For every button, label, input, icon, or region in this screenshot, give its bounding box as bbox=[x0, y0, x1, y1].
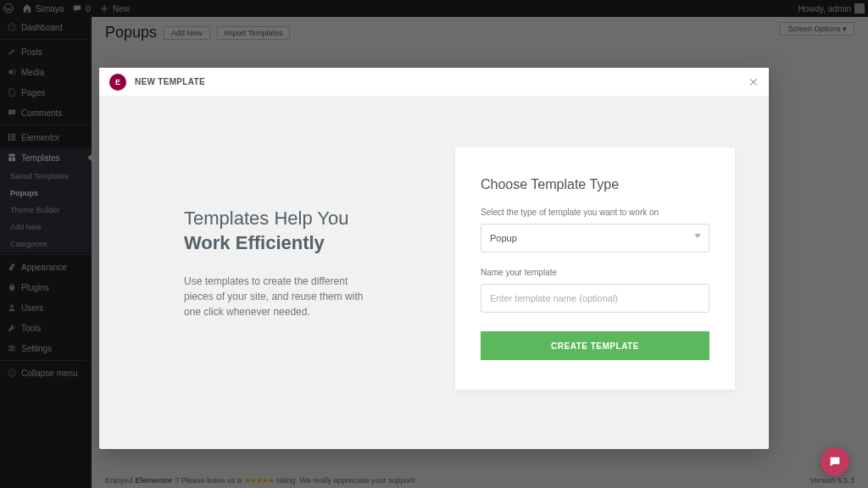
select-value: Popup bbox=[490, 233, 517, 243]
template-name-label: Name your template bbox=[481, 268, 709, 277]
modal-title: NEW TEMPLATE bbox=[135, 77, 205, 86]
modal-intro: Templates Help You Work Efficiently Use … bbox=[133, 147, 413, 390]
create-template-button[interactable]: CREATE TEMPLATE bbox=[481, 331, 709, 360]
modal-header: E NEW TEMPLATE ✕ bbox=[99, 68, 769, 97]
template-type-label: Select the type of template you want to … bbox=[481, 208, 709, 217]
intro-paragraph: Use templates to create the different pi… bbox=[184, 274, 379, 319]
form-heading: Choose Template Type bbox=[481, 177, 709, 192]
modal-overlay[interactable]: E NEW TEMPLATE ✕ Templates Help You Work… bbox=[0, 0, 868, 488]
intro-heading-line2: Work Efficiently bbox=[184, 232, 325, 253]
modal-form: Choose Template Type Select the type of … bbox=[455, 147, 735, 390]
elementor-logo-icon: E bbox=[109, 74, 126, 91]
help-fab-button[interactable] bbox=[821, 447, 849, 476]
close-icon[interactable]: ✕ bbox=[748, 75, 759, 89]
template-type-select[interactable]: Popup bbox=[481, 224, 709, 252]
chat-icon bbox=[828, 455, 842, 469]
intro-heading-line1: Templates Help You bbox=[184, 208, 348, 229]
chevron-down-icon bbox=[694, 234, 701, 238]
intro-heading: Templates Help You Work Efficiently bbox=[184, 207, 413, 255]
template-name-input[interactable] bbox=[481, 284, 709, 313]
new-template-modal: E NEW TEMPLATE ✕ Templates Help You Work… bbox=[99, 68, 769, 449]
